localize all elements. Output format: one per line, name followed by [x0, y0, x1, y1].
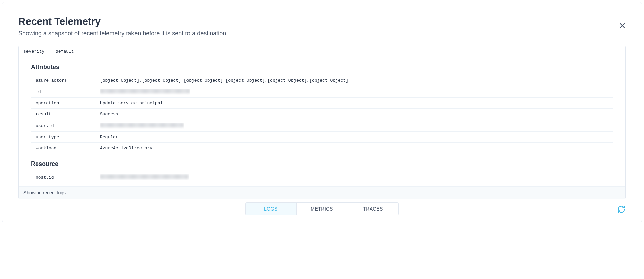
kv-value: [100, 123, 184, 129]
resource-row: host.id: [31, 172, 613, 183]
redacted-value: [100, 186, 161, 186]
kv-value: AzureActiveDirectory: [100, 146, 152, 151]
kv-value: Success: [100, 112, 118, 117]
scroll-area[interactable]: severity default Attributes azure.actors…: [19, 46, 625, 186]
telemetry-content: severity default Attributes azure.actors…: [18, 46, 626, 199]
kv-key: user.type: [36, 135, 100, 140]
attribute-row: id: [31, 86, 613, 98]
kv-value: [100, 174, 189, 180]
panel-header: Recent Telemetry Showing a snapshot of r…: [2, 2, 642, 41]
attribute-row: operationUpdate service principal.: [31, 98, 613, 109]
attribute-row: user.id: [31, 120, 613, 132]
redacted-value: [100, 123, 184, 127]
section-title-resource: Resource: [31, 154, 613, 172]
tab-metrics[interactable]: METRICS: [297, 203, 347, 215]
kv-value: [100, 186, 161, 186]
tabs-row: LOGS METRICS TRACES: [2, 199, 642, 222]
telemetry-tabs: LOGS METRICS TRACES: [245, 202, 399, 215]
kv-value: default: [56, 49, 74, 54]
resource-section: Resource host.idhost.name: [31, 154, 613, 186]
kv-row-severity: severity default: [19, 46, 625, 57]
kv-value: [100, 89, 190, 95]
attribute-row: resultSuccess: [31, 109, 613, 120]
redacted-value: [100, 89, 190, 93]
attribute-row: workloadAzureActiveDirectory: [31, 143, 613, 154]
kv-value: Update service principal.: [100, 101, 165, 106]
kv-value: [object Object],[object Object],[object …: [100, 78, 348, 83]
kv-key: azure.actors: [36, 78, 100, 83]
redacted-value: [100, 174, 189, 179]
page-subtitle: Showing a snapshot of recent telemetry t…: [18, 30, 626, 37]
kv-key: operation: [36, 101, 100, 106]
attribute-row: azure.actors[object Object],[object Obje…: [31, 75, 613, 86]
kv-key: severity: [23, 49, 56, 54]
kv-key: result: [36, 112, 100, 117]
tab-logs[interactable]: LOGS: [246, 203, 297, 215]
tab-traces[interactable]: TRACES: [347, 203, 398, 215]
kv-key: host.id: [36, 175, 100, 180]
kv-value: Regular: [100, 135, 118, 140]
close-button[interactable]: [618, 21, 627, 31]
resource-row: host.name: [31, 183, 613, 186]
kv-key: workload: [36, 146, 100, 151]
kv-key: id: [36, 89, 100, 94]
telemetry-panel: Recent Telemetry Showing a snapshot of r…: [2, 2, 642, 222]
page-title: Recent Telemetry: [18, 16, 626, 27]
footer-note: Showing recent logs: [19, 186, 625, 199]
section-title-attributes: Attributes: [31, 57, 613, 75]
close-icon: [619, 22, 626, 30]
attribute-row: user.typeRegular: [31, 132, 613, 143]
kv-key: user.id: [36, 123, 100, 128]
refresh-button[interactable]: [617, 205, 626, 214]
attributes-section: Attributes azure.actors[object Object],[…: [31, 57, 613, 154]
refresh-icon: [617, 205, 625, 214]
